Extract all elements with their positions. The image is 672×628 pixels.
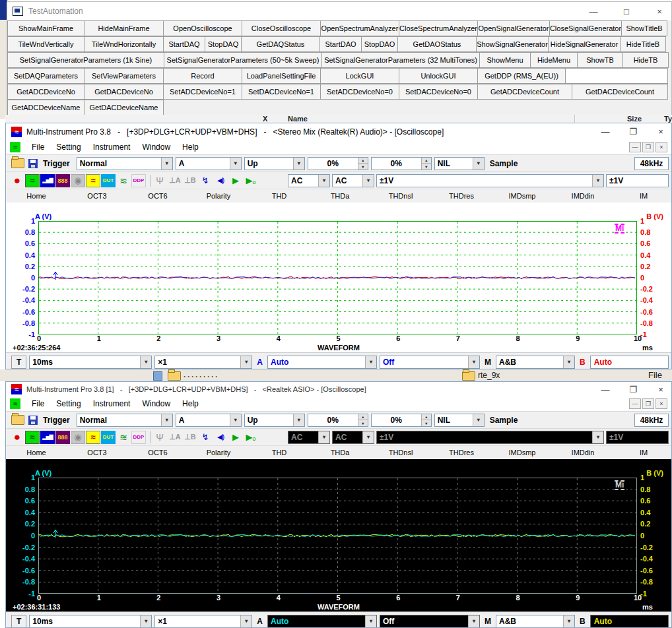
ta-button-hidetb[interactable]: HideTB <box>622 52 669 68</box>
ta-button-getadcdeviceno[interactable]: GetADCDeviceNo <box>7 84 84 100</box>
run-icon[interactable]: ▶ <box>228 174 243 187</box>
tab-oct3[interactable]: OCT3 <box>67 189 127 203</box>
trigger-edge-select[interactable]: Up▾ <box>244 414 305 427</box>
tab-thdres[interactable]: THDres <box>431 189 492 203</box>
tab-oct3[interactable]: OCT3 <box>67 446 127 459</box>
coupling-a-select[interactable]: AC▾ <box>288 431 330 444</box>
tab-thdnsl[interactable]: THDnsl <box>370 446 431 459</box>
range-a-select[interactable]: ±1V▾ <box>376 431 604 444</box>
ta-button-hidemainframe[interactable]: HideMainFrame <box>84 20 164 36</box>
tab-imdsmp[interactable]: IMDsmp <box>492 446 553 459</box>
ta-button-closeoscilloscope[interactable]: CloseOscilloscope <box>242 20 321 36</box>
ta-button-showtitleb[interactable]: ShowTitleB <box>621 20 667 36</box>
tab-home[interactable]: Home <box>6 189 67 203</box>
ta-button-record[interactable]: Record <box>163 68 242 84</box>
ta-button-getdacdevicename[interactable]: GetDACDeviceName <box>84 100 164 115</box>
ta-button-showtb[interactable]: ShowTB <box>577 52 623 68</box>
ref-b-icon[interactable]: ⊥B <box>183 431 197 444</box>
calibration-icon[interactable]: ↯ <box>198 174 213 187</box>
menu-help[interactable]: Help <box>176 399 205 408</box>
ta-button-startdao[interactable]: StartDAO <box>319 36 362 52</box>
device-test-plan-icon[interactable]: DUT <box>101 431 116 444</box>
tab-thdnsl[interactable]: THDnsl <box>370 189 431 203</box>
ta-button-setdacdeviceno-1[interactable]: SetDACDeviceNo=1 <box>242 84 321 100</box>
ta-button-showsignalgenerator[interactable]: ShowSignalGenerator <box>476 36 549 52</box>
minimize-button[interactable]: — <box>600 127 611 137</box>
tab-thda[interactable]: THDa <box>310 189 370 203</box>
ta-button-setsignalgeneratorparameters-1k-sine[interactable]: SetSignalGeneratorParameters (1k Sine) <box>7 52 164 68</box>
ta-button-getadcdevicename[interactable]: GetADCDeviceName <box>7 100 84 115</box>
minimize-button[interactable]: — <box>600 385 611 394</box>
ta-button-setviewparameters[interactable]: SetViewParameters <box>84 68 164 84</box>
mdi-restore-button[interactable]: ❐ <box>642 142 654 152</box>
run-icon[interactable]: ▶ <box>228 431 243 444</box>
derived-data-curves-icon[interactable]: ≋ <box>116 174 131 187</box>
ta-button-tilewndvertically[interactable]: TileWndVertically <box>7 36 84 52</box>
open-file-icon[interactable] <box>11 158 24 168</box>
ta-button-stopdao[interactable]: StopDAO <box>361 36 398 52</box>
ref-b-icon[interactable]: ⊥B <box>183 174 197 187</box>
timebase-select[interactable]: 10ms▾ <box>29 356 152 369</box>
mdi-minimize-button[interactable]: — <box>629 142 641 152</box>
ta-button-getdacdeviceno[interactable]: GetDACDeviceNo <box>84 84 164 100</box>
menu-setting[interactable]: Setting <box>50 399 86 408</box>
timebase-select[interactable]: 10ms▾ <box>29 615 152 628</box>
record-icon[interactable]: ● <box>10 431 24 444</box>
tab-polarity[interactable]: Polarity <box>188 189 249 203</box>
ta-button-setsignalgeneratorparameters-50-5k-sweep[interactable]: SetSignalGeneratorParameters (50~5k Swee… <box>164 52 322 68</box>
ta-button-loadpanelsettingfile[interactable]: LoadPanelSettingFile <box>242 68 321 84</box>
zoom-select[interactable]: ×1▾ <box>154 615 252 628</box>
multimeter-icon[interactable]: 888 <box>55 174 70 187</box>
minimize-button[interactable]: — <box>587 7 600 16</box>
menu-setting[interactable]: Setting <box>50 142 86 152</box>
channel-a-range-select[interactable]: Auto▾ <box>267 615 377 628</box>
spectrum-analyzer-icon[interactable]: ▂▅▇ <box>40 431 55 444</box>
trigger-delay-spinner[interactable]: 0%▴▾ <box>371 157 432 170</box>
zoom-select[interactable]: ×1▾ <box>154 356 252 369</box>
record-icon[interactable]: ● <box>10 174 24 187</box>
frequency-reject-select[interactable]: NIL▾ <box>434 414 485 427</box>
speaker-icon[interactable]: ◀) <box>213 174 228 187</box>
ta-button-showmainframe[interactable]: ShowMainFrame <box>7 20 84 36</box>
maximize-button[interactable]: □ <box>620 7 633 16</box>
signal-generator-icon[interactable]: ≈ <box>86 431 100 444</box>
ta-button-tilewndhorizontally[interactable]: TileWndHorizontally <box>84 36 164 52</box>
titlebar[interactable]: ≈ Multi-Instrument Pro 3.8 - [+3DP+DLG+L… <box>6 123 671 140</box>
coupling-b-select[interactable]: AC▾ <box>332 431 374 444</box>
math-select[interactable]: A&B▾ <box>496 356 575 369</box>
frequency-reject-select[interactable]: NIL▾ <box>434 157 485 170</box>
multimeter-icon[interactable]: 888 <box>55 431 70 444</box>
ddp-viewer-icon[interactable]: DDP <box>131 174 146 187</box>
range-b-select[interactable]: ±1V <box>606 174 669 187</box>
ta-button-setsignalgeneratorparameters-32-multitones[interactable]: SetSignalGeneratorParameters (32 MultiTo… <box>321 52 480 68</box>
persistence-select[interactable]: Off▾ <box>380 615 480 628</box>
range-b-select[interactable]: ±1V <box>606 431 669 444</box>
ta-button-openspectrumanalyzer[interactable]: OpenSpectrumAnalyzer <box>320 20 399 36</box>
tab-thd[interactable]: THD <box>249 446 310 459</box>
tab-im[interactable]: IM <box>613 189 671 203</box>
coupling-a-select[interactable]: AC▾ <box>288 174 330 187</box>
device-test-plan-icon[interactable]: DUT <box>101 174 116 187</box>
tab-thd[interactable]: THD <box>249 189 310 203</box>
spectrum-3d-plotter-icon[interactable]: ◉ <box>71 174 85 187</box>
range-a-select[interactable]: ±1V▾ <box>376 174 604 187</box>
tab-home[interactable]: Home <box>6 446 67 459</box>
oscilloscope-icon[interactable]: ≈ <box>25 174 40 187</box>
mdi-restore-button[interactable]: ❐ <box>642 398 654 409</box>
ta-button-getadcdevicecount[interactable]: GetADCDeviceCount <box>477 84 572 100</box>
close-button[interactable]: × <box>653 7 666 16</box>
tab-imddin[interactable]: IMDdin <box>553 446 613 459</box>
menu-instrument[interactable]: Instrument <box>87 399 137 408</box>
channel-b-range-field[interactable]: Auto <box>590 356 669 369</box>
ref-a-icon[interactable]: ⊥A <box>168 431 182 444</box>
menu-window[interactable]: Window <box>136 399 176 408</box>
open-file-icon[interactable] <box>11 415 24 425</box>
mdi-minimize-button[interactable]: — <box>629 398 641 409</box>
menu-file[interactable]: File <box>26 142 50 152</box>
save-icon[interactable] <box>28 416 38 425</box>
ta-button-closesignalgenerator[interactable]: CloseSignalGenerator <box>549 20 622 36</box>
signal-generator-icon[interactable]: ≈ <box>86 174 100 187</box>
menu-window[interactable]: Window <box>136 142 176 152</box>
microphone-icon[interactable]: Ψ <box>152 431 167 444</box>
trigger-source-select[interactable]: A▾ <box>176 157 242 170</box>
